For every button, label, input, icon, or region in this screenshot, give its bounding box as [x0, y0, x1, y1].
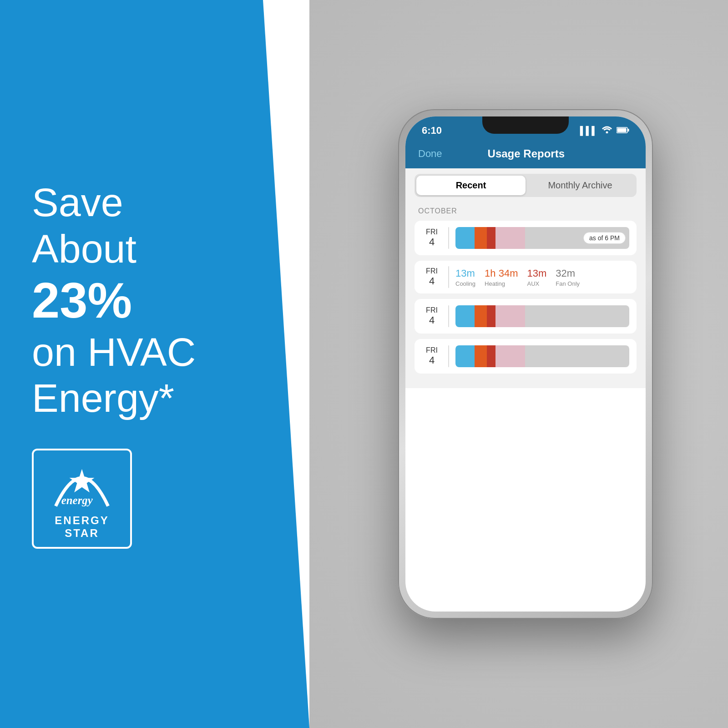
as-of-badge: as of 6 PM: [583, 232, 626, 244]
divider-1: [448, 227, 449, 249]
save-line1: Save: [32, 180, 123, 225]
phone-mockup: 6:10 ▌▌▌: [398, 109, 653, 619]
usage-row-stats[interactable]: FRI 4 13m Cooling 1h 34m Heating: [415, 261, 637, 293]
save-headline: Save About 23% on HVAC Energy*: [32, 179, 278, 421]
svg-text:energy: energy: [61, 494, 93, 506]
wifi-icon: [602, 126, 612, 136]
app-title: Usage Reports: [488, 147, 565, 160]
segment-control: Recent Monthly Archive: [405, 168, 646, 202]
phone-notch: [482, 116, 569, 134]
bar-chart-3: [455, 345, 629, 367]
svg-rect-5: [628, 129, 629, 131]
status-time: 6:10: [422, 125, 442, 136]
save-line2: About: [32, 226, 136, 271]
save-percentage: 23%: [32, 272, 132, 328]
energy-star-badge: energy ENERGY STAR: [32, 449, 132, 549]
save-line4: Energy*: [32, 375, 174, 420]
status-icons: ▌▌▌: [580, 126, 629, 136]
energy-star-logo-icon: energy: [43, 458, 121, 514]
bar-gray-3: [525, 345, 629, 367]
divider-stats: [448, 266, 449, 288]
save-line3: on HVAC: [32, 329, 196, 374]
stats-inner: 13m Cooling 1h 34m Heating 13m AUX: [455, 268, 629, 287]
divider-3: [448, 345, 449, 367]
bar-pink-3: [495, 345, 525, 367]
usage-row-bar-1[interactable]: FRI 4 as of 6 PM: [415, 221, 637, 255]
phone-outer-shell: 6:10 ▌▌▌: [398, 109, 653, 619]
stat-cooling: 13m Cooling: [455, 268, 475, 287]
stat-heating: 1h 34m Heating: [485, 268, 518, 287]
divider-2: [448, 305, 449, 327]
bar-aux-3: [487, 345, 495, 367]
battery-icon: [617, 126, 629, 136]
app-header: Done Usage Reports: [405, 141, 646, 168]
energy-star-label: ENERGY STAR: [41, 514, 123, 540]
bar-cooling-1: [455, 227, 475, 249]
bar-chart-1: as of 6 PM: [455, 227, 629, 249]
stat-aux: 13m AUX: [527, 268, 546, 287]
bar-heating-2: [475, 305, 487, 327]
tab-recent[interactable]: Recent: [416, 176, 526, 195]
day-label-3: FRI 4: [422, 346, 442, 366]
segment-inner: Recent Monthly Archive: [415, 174, 637, 197]
bar-pink-2: [495, 305, 525, 327]
month-label: OCTOBER: [415, 207, 637, 215]
usage-row-bar-3[interactable]: FRI 4: [415, 339, 637, 374]
bar-aux-1: [487, 227, 495, 249]
tab-monthly-archive[interactable]: Monthly Archive: [526, 176, 635, 195]
left-panel: Save About 23% on HVAC Energy* energy EN…: [0, 0, 309, 728]
usage-row-bar-2[interactable]: FRI 4: [415, 299, 637, 334]
bar-cooling-3: [455, 345, 475, 367]
stat-fan: 32m Fan Only: [556, 268, 580, 287]
right-panel: 6:10 ▌▌▌: [309, 0, 728, 728]
done-button[interactable]: Done: [418, 148, 442, 160]
bar-aux-2: [487, 305, 495, 327]
svg-point-2: [606, 131, 608, 133]
bar-cooling-2: [455, 305, 475, 327]
app-content: OCTOBER FRI 4: [405, 202, 646, 388]
svg-rect-4: [617, 128, 627, 132]
bar-gray-2: [525, 305, 629, 327]
day-label-2: FRI 4: [422, 306, 442, 326]
phone-screen: 6:10 ▌▌▌: [405, 116, 646, 612]
bar-chart-2: [455, 305, 629, 327]
bar-heating-3: [475, 345, 487, 367]
day-label-stats: FRI 4: [422, 267, 442, 287]
bar-pink-1: [495, 227, 525, 249]
day-label-1: FRI 4: [422, 228, 442, 248]
signal-icon: ▌▌▌: [580, 126, 597, 136]
bar-heating-1: [475, 227, 487, 249]
